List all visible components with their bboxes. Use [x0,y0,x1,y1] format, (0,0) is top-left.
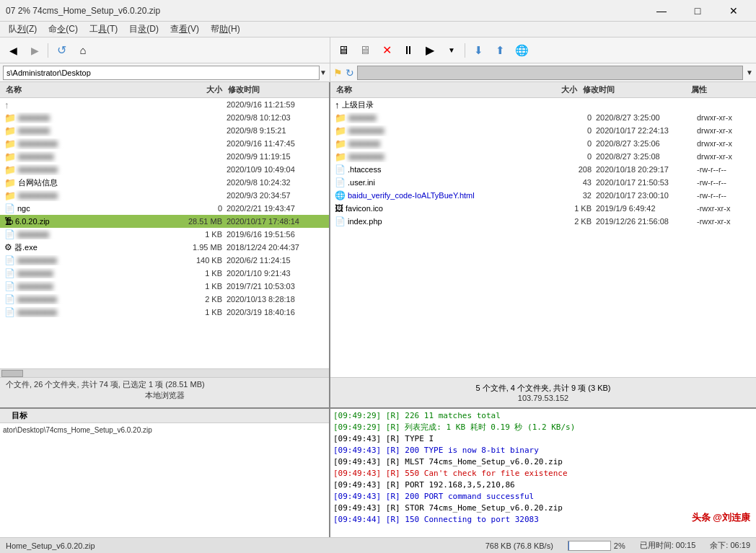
globe-button[interactable]: 🌐 [511,40,532,61]
php-file-icon: 📄 [335,216,346,226]
list-item[interactable]: 🖼favicon.ico 1 KB 2019/1/9 6:49:42 -rwxr… [330,202,756,215]
list-item[interactable]: 📄xxxxxxxxxx 1 KB 2020/3/19 18:40:16 [0,306,329,319]
list-item[interactable]: ↑ 上级目录 [330,98,756,111]
menu-tools[interactable]: 工具(T) [84,22,123,37]
address-bars: ▼ ⚑ ↻ ▼ [0,63,756,82]
back-button[interactable]: ◀ [3,40,23,61]
list-item[interactable]: 📁xxxxxxxx 2020/9/8 10:12:03 [0,111,329,124]
left-scrollbar[interactable] [0,368,329,377]
play-button[interactable]: ▶ [420,40,440,61]
list-item[interactable]: 📁xxxxxxxxx 2020/9/9 11:19:15 [0,150,329,163]
folder-icon: 📁 [4,151,16,162]
list-item[interactable]: 📄.user.ini 43 2020/10/17 21:50:53 -rw-r-… [330,176,756,189]
up-icon: ↑ [4,99,9,110]
panel-left: 名称 大小 修改时间 ↑ 2020/9/16 11:21:59 📁xxxxxxx… [0,82,330,407]
folder-icon: 📁 [335,112,346,123]
address-right: ⚑ ↻ ▼ [330,63,756,81]
list-item[interactable]: 📄xxxxxxxxxx 2 KB 2020/10/13 8:28:18 [0,293,329,306]
list-item[interactable]: 📁xxxxxxxx 2020/9/8 9:15:21 [0,124,329,137]
progress-percent: 2% [614,541,625,550]
left-panel-label: 本地浏览器 [6,390,323,401]
list-item[interactable]: 📁xxxxxxxxx 0 2020/10/17 22:24:13 drwxr-x… [330,124,756,137]
remote-address-display [357,66,743,80]
local-address-arrow[interactable]: ▼ [320,68,327,76]
file-icon: 📄 [4,229,15,239]
ftp-site2-button[interactable]: 🖥 [355,40,375,61]
minimize-button[interactable]: — [645,0,678,22]
menu-directory[interactable]: 目录(D) [123,22,164,37]
dropdown-arrow[interactable]: ▼ [441,40,462,61]
log-line: [09:49:43] [R] TYPE I [333,433,753,445]
folder-icon: 📁 [4,125,16,136]
left-col-header: 名称 大小 修改时间 [0,82,329,98]
file-icon: 📄 [335,177,346,187]
transfer-speed: 768 KB (76.8 KB/s) [485,541,553,550]
left-col-size[interactable]: 大小 [175,84,225,95]
list-item[interactable]: ↑ 2020/9/16 11:21:59 [0,98,329,111]
right-col-name[interactable]: 名称 [333,84,537,95]
left-col-date[interactable]: 修改时间 [225,84,326,95]
download-button[interactable]: ⬇ [468,40,488,61]
list-item[interactable]: 📁xxxxxxxxxx 2020/9/3 20:34:57 [0,189,329,202]
log-line: [09:49:29] [R] 226 11 matches total [333,410,753,422]
right-col-perm[interactable]: 属性 [688,84,753,95]
separator-1 [48,43,48,58]
up-arrow-icon: ↑ [335,99,340,110]
upload-button[interactable]: ⬆ [490,40,510,61]
refresh-button[interactable]: ↺ [51,40,71,61]
right-col-date[interactable]: 修改时间 [580,84,688,95]
list-item[interactable]: 🗜6.0.20.zip 28.51 MB 2020/10/17 17:48:14 [0,215,329,228]
local-address-input[interactable] [3,66,320,80]
home-button[interactable]: ⌂ [73,40,93,61]
right-status-text: 5 个文件, 4 个文件夹, 共计 9 项 (3 KB) [336,383,750,394]
list-item[interactable]: 📁xxxxxxxxxx 2020/9/16 11:47:45 [0,137,329,150]
list-item[interactable]: 📁xxxxxxxx 0 2020/8/27 3:25:06 drwxr-xr-x [330,137,756,150]
pause-button[interactable]: ⏸ [398,40,418,61]
queue-list[interactable]: ator\Desktop\74cms_Home_Setup_v6.0.20.zi… [0,423,329,537]
list-item[interactable]: 📄xxxxxxxxx 1 KB 2020/1/10 9:21:43 [0,267,329,280]
html-file-icon: 🌐 [335,190,346,200]
list-item[interactable]: 📄xxxxxxxx 1 KB 2019/6/16 19:51:56 [0,228,329,241]
title-text: 07 2% 74cms_Home_Setup_v6.0.20.zip [6,6,160,16]
maximize-button[interactable]: □ [681,0,714,22]
list-item[interactable]: ⚙器.exe 1.95 MB 2018/12/24 20:44:37 [0,241,329,254]
menu-command[interactable]: 命令(C) [43,22,84,37]
bookmark-icon[interactable]: ⚑ [333,67,343,79]
list-item[interactable]: 📁台网站信息 2020/9/8 10:24:32 [0,176,329,189]
scroll-thumb[interactable] [1,370,23,377]
right-col-size[interactable]: 大小 [537,84,580,95]
transfer-filename: Home_Setup_v6.0.20.zip [6,541,471,550]
queue-item[interactable]: ator\Desktop\74cms_Home_Setup_v6.0.20.zi… [0,423,329,436]
file-icon: 📄 [335,164,346,174]
folder-icon: 📁 [335,125,346,136]
close-button[interactable]: ✕ [717,0,750,22]
folder-icon: 📁 [4,190,16,201]
forward-button[interactable]: ▶ [25,40,45,61]
list-item[interactable]: 📁xxxxxxx 0 2020/8/27 3:25:00 drwxr-xr-x [330,111,756,124]
left-col-name[interactable]: 名称 [3,84,175,95]
right-file-list[interactable]: ↑ 上级目录 📁xxxxxxx 0 2020/8/27 3:25:00 drwx… [330,98,756,377]
list-item[interactable]: 🌐baidu_verify_code-IoALTyBueY.html 32 20… [330,189,756,202]
list-item[interactable]: 📄xxxxxxxxx 1 KB 2019/7/21 10:53:03 [0,280,329,293]
list-item[interactable]: 📄xxxxxxxxxx 140 KB 2020/6/2 11:24:15 [0,254,329,267]
right-status-bar: 5 个文件, 4 个文件夹, 共计 9 项 (3 KB) 103.79.53.1… [330,377,756,407]
disconnect-button[interactable]: ✕ [377,40,397,61]
connect-icon[interactable]: ↻ [346,67,354,79]
menu-view[interactable]: 查看(V) [164,22,205,37]
list-item[interactable]: 📄ngc 0 2020/2/21 19:43:47 [0,202,329,215]
title-bar: 07 2% 74cms_Home_Setup_v6.0.20.zip — □ ✕ [0,0,756,22]
list-item[interactable]: 📄index.php 2 KB 2019/12/26 21:56:08 -rwx… [330,215,756,228]
remote-address-arrow[interactable]: ▼ [746,68,753,76]
separator-2 [465,43,465,58]
elapsed-time: 已用时间: 00:15 [640,540,696,551]
left-status-text: 个文件, 26 个文件夹, 共计 74 项, 已选定 1 项 (28.51 MB… [6,379,323,390]
left-file-list[interactable]: ↑ 2020/9/16 11:21:59 📁xxxxxxxx 2020/9/8 … [0,98,329,368]
list-item[interactable]: 📁xxxxxxxxx 0 2020/8/27 3:25:08 drwxr-xr-… [330,150,756,163]
list-item[interactable]: 📄.htaccess 208 2020/10/18 20:29:17 -rw-r… [330,163,756,176]
progress-item: 2% [568,541,625,551]
list-item[interactable]: 📁xxxxxxxxxx 2020/10/9 10:49:04 [0,163,329,176]
menu-queue[interactable]: 队列(Z) [3,22,43,37]
menu-help[interactable]: 帮助(H) [205,22,246,37]
folder-icon: 📁 [4,138,16,149]
ftp-site1-button[interactable]: 🖥 [333,40,353,61]
